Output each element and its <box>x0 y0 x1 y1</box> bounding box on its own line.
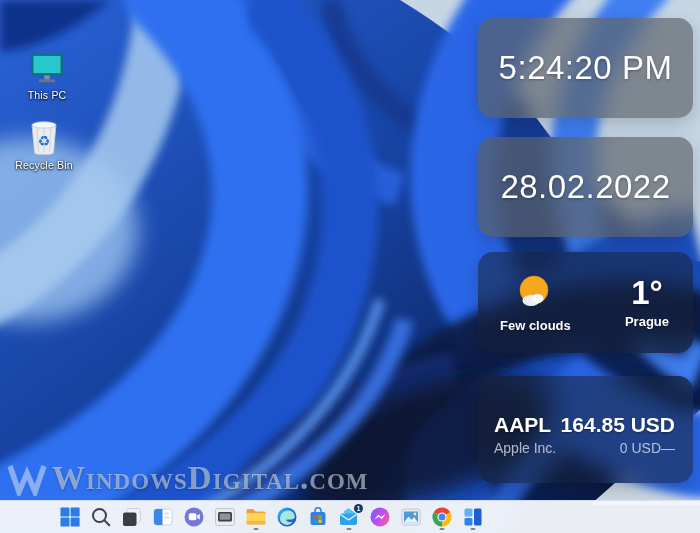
watermark-logo-icon <box>6 462 48 496</box>
teams-chat-icon <box>182 505 206 529</box>
file-explorer-icon <box>244 505 268 529</box>
chrome-button[interactable] <box>430 505 454 530</box>
watermark-text: WindowsDigital.com <box>52 460 369 497</box>
file-explorer-button[interactable] <box>244 505 268 530</box>
stocks-widget[interactable]: AAPL 164.85 USD Apple Inc. 0 USD— <box>478 376 693 483</box>
desktop-icon-recycle-bin[interactable]: ♻ Recycle Bin <box>6 120 82 171</box>
widgets-button[interactable] <box>151 505 175 530</box>
date-text: 28.02.2022 <box>478 137 693 237</box>
desktop-icon-this-pc[interactable]: This PC <box>9 52 85 101</box>
start-button[interactable] <box>58 505 82 530</box>
desktop-icon-label: Recycle Bin <box>15 159 73 171</box>
task-view-icon <box>120 505 144 529</box>
clock-time: 5:24:20 PM <box>478 18 693 118</box>
recycle-bin-icon: ♻ <box>27 120 61 156</box>
edge-icon <box>275 505 299 529</box>
store-icon <box>306 505 330 529</box>
desktop-icon-label: This PC <box>28 89 67 101</box>
stock-price: 164.85 USD <box>561 413 675 437</box>
store-button[interactable] <box>306 505 330 530</box>
weather-location: Prague <box>625 314 669 329</box>
media-app-button[interactable] <box>213 505 237 530</box>
photos-button[interactable] <box>399 505 423 530</box>
widgets-icon <box>151 505 175 529</box>
messenger-button[interactable] <box>368 505 392 530</box>
running-indicator <box>254 528 259 531</box>
watermark: WindowsDigital.com <box>6 460 369 497</box>
running-indicator <box>347 528 352 531</box>
weather-condition: Few clouds <box>500 318 571 333</box>
photos-icon <box>399 505 423 529</box>
stock-symbol: AAPL <box>494 413 551 437</box>
office-button[interactable] <box>461 505 485 530</box>
chrome-icon <box>430 505 454 529</box>
taskbar: 1 <box>0 500 700 533</box>
date-widget[interactable]: 28.02.2022 <box>478 137 693 237</box>
svg-text:♻: ♻ <box>38 133 51 149</box>
running-indicator <box>440 528 445 531</box>
desktop: This PC ♻ Recycle Bin WindowsDigital.com… <box>0 0 700 533</box>
few-clouds-icon <box>514 273 556 313</box>
task-view-button[interactable] <box>120 505 144 530</box>
search-icon <box>89 505 113 529</box>
weather-widget[interactable]: Few clouds 1° Prague <box>478 252 693 353</box>
chat-button[interactable] <box>182 505 206 530</box>
display-app-icon <box>213 505 237 529</box>
edge-button[interactable] <box>275 505 299 530</box>
running-indicator <box>471 528 476 531</box>
messenger-icon <box>368 505 392 529</box>
this-pc-monitor-icon <box>28 52 66 86</box>
clock-widget[interactable]: 5:24:20 PM <box>478 18 693 118</box>
mail-badge: 1 <box>354 504 363 513</box>
stock-company: Apple Inc. <box>494 440 556 456</box>
taskbar-items: 1 <box>58 505 485 530</box>
stock-change: 0 USD— <box>620 440 675 456</box>
mail-button[interactable]: 1 <box>337 505 361 530</box>
search-button[interactable] <box>89 505 113 530</box>
weather-temperature: 1° <box>631 276 663 309</box>
windows-logo-icon <box>58 505 82 529</box>
office-icon <box>461 505 485 529</box>
